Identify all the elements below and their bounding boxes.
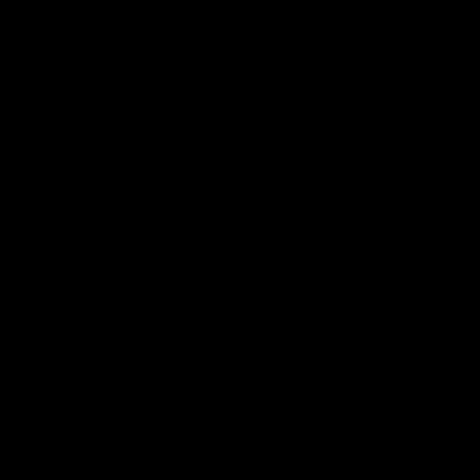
chart-frame bbox=[0, 0, 476, 476]
optimal-point-marker bbox=[0, 0, 5, 4]
bottleneck-chart bbox=[0, 0, 476, 476]
